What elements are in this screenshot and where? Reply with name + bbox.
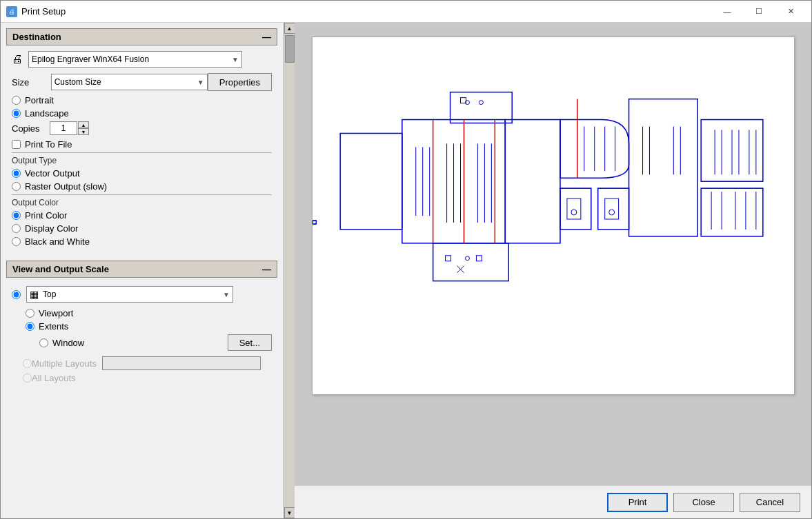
copies-down-button[interactable]: ▼ <box>78 128 89 135</box>
scroll-down-button[interactable]: ▼ <box>284 507 295 518</box>
svg-rect-1 <box>450 92 512 123</box>
print-to-file-label: Print To File <box>25 139 72 150</box>
scroll-track <box>284 34 295 507</box>
view-scale-label: View and Output Scale <box>12 264 109 274</box>
copies-input-wrap: ▲ ▼ <box>50 121 89 135</box>
output-color-label: Output Color <box>12 198 272 207</box>
vector-output-row: Vector Output <box>12 168 272 179</box>
vector-output-label: Vector Output <box>25 168 80 179</box>
print-button[interactable]: Print <box>607 493 668 512</box>
multiple-layouts-radio <box>23 359 32 368</box>
cancel-button[interactable]: Cancel <box>740 493 800 512</box>
print-color-radio[interactable] <box>12 211 21 220</box>
window-radio-group: Window <box>39 338 84 348</box>
size-dropdown-arrow: ▼ <box>197 79 204 86</box>
raster-output-label: Raster Output (slow) <box>25 181 107 192</box>
portrait-label: Portrait <box>25 95 54 105</box>
raster-output-radio[interactable] <box>12 182 21 191</box>
black-white-label: Black and White <box>25 236 90 247</box>
grid-icon: ▦ <box>30 289 39 300</box>
svg-point-27 <box>465 256 469 261</box>
display-color-radio[interactable] <box>12 224 21 233</box>
size-row: Size Custom Size ▼ Properties <box>12 73 272 91</box>
right-panel: Print Close Cancel <box>295 23 811 518</box>
spin-buttons: ▲ ▼ <box>78 121 89 135</box>
size-select[interactable]: Custom Size ▼ <box>51 74 208 90</box>
vector-output-radio[interactable] <box>12 169 21 178</box>
svg-rect-26 <box>445 256 450 261</box>
properties-button[interactable]: Properties <box>208 73 272 91</box>
scroll-thumb[interactable] <box>285 35 295 63</box>
svg-rect-45 <box>313 221 316 224</box>
destination-section-header: Destination — <box>6 28 277 45</box>
bottom-bar: Print Close Cancel <box>295 485 811 518</box>
copies-up-button[interactable]: ▲ <box>78 121 89 128</box>
extents-radio[interactable] <box>26 322 34 331</box>
viewport-label: Viewport <box>39 308 73 318</box>
printer-dropdown-arrow: ▼ <box>232 56 239 63</box>
printer-icon: 🖨 <box>12 53 23 65</box>
view-scale-collapse[interactable]: — <box>262 264 271 274</box>
scale-radio-group: Viewport Extents Window Set... <box>12 308 272 351</box>
scroll-up-button[interactable]: ▲ <box>284 23 295 34</box>
preview-area <box>295 23 811 485</box>
top-select[interactable]: ▦ Top ▼ <box>26 286 233 303</box>
layout-section: Multiple Layouts All Layouts <box>12 356 272 383</box>
left-panel: Destination — 🖨 Epilog Engraver WinX64 F… <box>1 23 284 518</box>
left-scrollbar[interactable]: ▲ ▼ <box>284 23 295 518</box>
main-content: Destination — 🖨 Epilog Engraver WinX64 F… <box>1 23 811 518</box>
display-color-row: Display Color <box>12 223 272 234</box>
landscape-row: Landscape <box>12 108 272 119</box>
set-button[interactable]: Set... <box>228 334 272 351</box>
print-to-file-checkbox[interactable] <box>12 140 21 149</box>
top-radio[interactable] <box>12 290 21 299</box>
portrait-radio[interactable] <box>12 96 21 105</box>
close-button-bottom[interactable]: Close <box>673 493 734 512</box>
preview-svg <box>313 37 794 394</box>
destination-label: Destination <box>12 32 61 42</box>
raster-output-row: Raster Output (slow) <box>12 181 272 192</box>
maximize-button[interactable]: ☐ <box>744 3 774 20</box>
copies-input[interactable] <box>50 121 77 135</box>
all-layouts-label: All Layouts <box>32 373 76 383</box>
landscape-radio[interactable] <box>12 109 21 118</box>
window-row: Window Set... <box>26 334 272 351</box>
svg-rect-2 <box>433 243 508 281</box>
svg-rect-5 <box>628 99 697 236</box>
size-label: Size <box>12 77 51 88</box>
svg-rect-4 <box>505 120 560 243</box>
all-layouts-row: All Layouts <box>23 373 261 383</box>
viewport-radio[interactable] <box>26 309 34 318</box>
printer-name: Epilog Engraver WinX64 Fusion <box>32 54 149 64</box>
printer-select[interactable]: Epilog Engraver WinX64 Fusion ▼ <box>28 51 242 68</box>
svg-point-24 <box>479 101 483 105</box>
view-scale-section-header: View and Output Scale — <box>6 261 277 278</box>
svg-rect-41 <box>566 199 580 219</box>
svg-rect-6 <box>560 188 591 230</box>
multiple-layouts-input <box>102 356 261 370</box>
svg-rect-7 <box>597 188 628 230</box>
title-bar: 🖨 Print Setup — ☐ ✕ <box>1 1 811 23</box>
black-white-row: Black and White <box>12 236 272 247</box>
print-to-file-row: Print To File <box>12 139 272 150</box>
preview-paper <box>312 37 795 395</box>
close-button[interactable]: ✕ <box>775 3 806 20</box>
window-radio[interactable] <box>39 338 48 347</box>
display-color-label: Display Color <box>25 223 78 234</box>
view-scale-section-content: ▦ Top ▼ Viewport Extents <box>1 283 283 391</box>
app-icon: 🖨 <box>6 6 17 17</box>
top-dropdown-row: ▦ Top ▼ <box>12 286 272 303</box>
landscape-label: Landscape <box>25 108 69 119</box>
extents-row: Extents <box>26 321 272 332</box>
svg-rect-28 <box>476 256 482 261</box>
destination-collapse[interactable]: — <box>262 32 271 42</box>
minimize-button[interactable]: — <box>712 3 742 20</box>
portrait-row: Portrait <box>12 95 272 105</box>
print-setup-window: 🖨 Print Setup — ☐ ✕ Destination — 🖨 Epil… <box>0 0 812 519</box>
black-white-radio[interactable] <box>12 237 21 246</box>
print-color-label: Print Color <box>25 210 67 221</box>
svg-rect-43 <box>604 199 618 219</box>
svg-point-44 <box>608 210 614 215</box>
destination-section-content: 🖨 Epilog Engraver WinX64 Fusion ▼ Size C… <box>1 48 283 255</box>
window-label: Window <box>52 338 84 348</box>
